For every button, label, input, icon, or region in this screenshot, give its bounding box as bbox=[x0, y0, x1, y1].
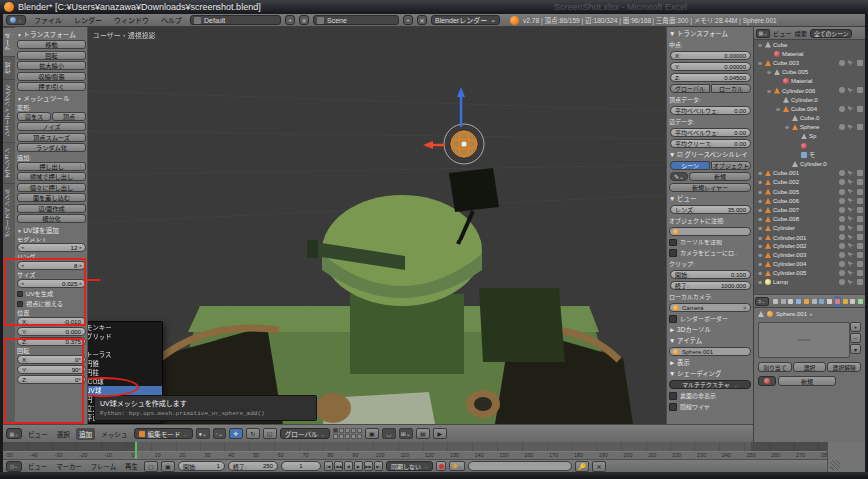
selectability-arrow-icon[interactable] bbox=[848, 87, 854, 93]
npanel-row[interactable]: 隠線ワイヤ bbox=[669, 401, 751, 412]
renderability-camera-icon[interactable] bbox=[857, 87, 863, 93]
expand-icon[interactable]: ⊕ bbox=[757, 252, 763, 258]
selectability-arrow-icon[interactable] bbox=[848, 124, 854, 130]
expand-icon[interactable]: ⊕ bbox=[757, 243, 763, 249]
render-opengl-anim-button[interactable]: ▶ bbox=[433, 428, 447, 439]
number-slider[interactable]: ◂ 0.025 ▸ bbox=[17, 279, 86, 288]
visibility-eye-icon[interactable] bbox=[839, 106, 845, 112]
npanel-row[interactable]: レンズ:35.000 bbox=[669, 204, 751, 215]
npanel-row[interactable]: ▼ シェーディング bbox=[669, 368, 751, 379]
outliner-row[interactable]: ⊕ Cylinder.002 ✕ bbox=[754, 241, 865, 250]
selectability-arrow-icon[interactable] bbox=[848, 207, 854, 213]
renderability-camera-icon[interactable] bbox=[857, 270, 863, 276]
translate-gizmo-z-arrow-icon[interactable] bbox=[457, 87, 465, 97]
npanel-row[interactable]: 平均ベベルウェ:0.00 bbox=[669, 127, 751, 138]
manipulator-scale-button[interactable]: ◱ bbox=[263, 428, 277, 439]
outliner-filter-select[interactable]: 全てのシーン bbox=[810, 29, 853, 38]
menubar-item[interactable]: レンダー bbox=[70, 15, 106, 25]
pivot-point-selector[interactable]: ◌⌄ bbox=[213, 428, 226, 439]
delete-keyframe-icon[interactable]: ✕ bbox=[592, 461, 606, 472]
outliner-row[interactable]: ⊖ Sphere ✕ bbox=[754, 123, 865, 132]
editor-type-icon[interactable]: ≡⌄ bbox=[755, 297, 769, 306]
sync-mode-selector[interactable]: 同期しない ⌄ bbox=[386, 461, 433, 471]
menubar-item[interactable]: ヘルプ bbox=[157, 15, 186, 25]
new-material-button[interactable]: 新規 bbox=[778, 376, 836, 386]
tool-button[interactable]: 辺/面作成 ⋮ bbox=[17, 204, 86, 213]
tool-button[interactable]: 頂点スムーズ bbox=[17, 133, 86, 142]
close-scene-button[interactable]: ✕ bbox=[417, 15, 427, 25]
record-button[interactable] bbox=[436, 461, 446, 471]
gizmo-center-dot[interactable] bbox=[462, 142, 467, 147]
location-axis-field[interactable]: Z:0.375 bbox=[17, 337, 86, 346]
npanel-row[interactable]: シーン オブジェクト bbox=[669, 160, 751, 171]
keying-set-button[interactable]: ⌄ bbox=[449, 461, 465, 471]
lock-icon[interactable]: ▣ bbox=[365, 428, 379, 439]
expand-icon[interactable]: ⊕ bbox=[757, 270, 763, 276]
npanel-row[interactable]: Z:0.04500 bbox=[669, 72, 751, 83]
visibility-eye-icon[interactable] bbox=[839, 198, 845, 204]
expand-icon[interactable]: ⊕ bbox=[757, 279, 763, 285]
outliner-row[interactable]: Material ✕ bbox=[754, 49, 865, 58]
close-layout-button[interactable]: ✕ bbox=[299, 15, 309, 25]
checkbox-box-icon[interactable] bbox=[17, 291, 23, 297]
selectability-arrow-icon[interactable] bbox=[848, 60, 854, 66]
header-menu-item[interactable]: メッシュ bbox=[98, 428, 130, 440]
visibility-eye-icon[interactable] bbox=[839, 189, 845, 195]
npanel-row[interactable]: カメラをビューにロ.. bbox=[669, 247, 751, 258]
rotation-axis-field[interactable]: Y:90° bbox=[17, 365, 86, 374]
tool-button[interactable]: 移動 bbox=[17, 40, 86, 49]
slider-right-arrow-icon[interactable]: ▸ bbox=[79, 280, 82, 286]
outliner-row[interactable]: ⊖ Cylinder.006 ✕ bbox=[754, 86, 865, 95]
npanel-row[interactable]: 新規レイヤー bbox=[669, 182, 751, 193]
playback-button[interactable]: ◀◀ bbox=[334, 461, 343, 471]
npanel-row[interactable]: ▼ ビュー bbox=[669, 193, 751, 204]
menu-item[interactable] bbox=[88, 341, 162, 350]
selectability-arrow-icon[interactable] bbox=[848, 243, 854, 249]
menubar-item[interactable]: ファイル bbox=[30, 15, 66, 25]
tool-shelf-tab[interactable]: オプション bbox=[3, 142, 15, 183]
viewport-canvas[interactable] bbox=[88, 27, 666, 424]
number-slider[interactable]: ◂ 12 ▸ bbox=[17, 243, 86, 252]
render-engine-selector[interactable]: Blenderレンダー ⌄ bbox=[431, 15, 500, 25]
outliner-row[interactable]: ⊕ Cube.006 ✕ bbox=[754, 196, 865, 205]
expand-icon[interactable]: ⊕ bbox=[757, 261, 763, 267]
selectability-arrow-icon[interactable] bbox=[848, 179, 854, 185]
current-frame-field[interactable]: 1 bbox=[281, 461, 321, 471]
outliner-row[interactable]: Material ✕ bbox=[754, 77, 865, 86]
visibility-eye-icon[interactable] bbox=[839, 170, 845, 176]
outliner-row[interactable]: ✕ bbox=[754, 141, 865, 150]
slot-button[interactable]: + bbox=[850, 322, 861, 332]
checkbox-box-icon[interactable] bbox=[17, 301, 23, 307]
outliner-row[interactable]: ⊕ Cube.008 ✕ bbox=[754, 215, 865, 224]
menu-item[interactable]: ◈ ICO球 bbox=[88, 377, 162, 386]
renderability-camera-icon[interactable] bbox=[857, 216, 863, 222]
add-layout-button[interactable]: + bbox=[285, 15, 295, 25]
properties-tab[interactable] bbox=[795, 296, 802, 307]
transform-orientation-selector[interactable]: グローバル ⌄ bbox=[280, 428, 330, 439]
expand-icon[interactable]: ⊕ bbox=[757, 189, 763, 195]
outliner-row[interactable]: ⊕ Cube.005 ✕ bbox=[754, 187, 865, 196]
snap-magnet-icon[interactable]: ◡ bbox=[382, 428, 396, 439]
menu-item[interactable]: ▮ 円柱 bbox=[88, 368, 162, 377]
uv-sphere-object[interactable] bbox=[423, 87, 484, 164]
tool-button[interactable]: ノイズ bbox=[17, 122, 86, 131]
outliner-row[interactable]: Cube.0 ✕ bbox=[754, 114, 865, 123]
renderability-camera-icon[interactable] bbox=[857, 170, 863, 176]
playback-button[interactable]: ▶| bbox=[374, 461, 383, 471]
npanel-row[interactable]: Y:0.00000 bbox=[669, 61, 751, 72]
checkbox[interactable]: UVを生成 bbox=[17, 289, 86, 299]
visibility-eye-icon[interactable] bbox=[839, 252, 845, 258]
selectability-arrow-icon[interactable] bbox=[848, 216, 854, 222]
outliner-row[interactable]: ⊕ Cube.001 ✕ bbox=[754, 169, 865, 178]
npanel-row[interactable]: 頂点データ: bbox=[669, 94, 751, 105]
tank-model[interactable] bbox=[144, 168, 633, 424]
npanel-row[interactable]: 開始:0.100 bbox=[669, 269, 751, 280]
tool-button[interactable]: 辺をス bbox=[17, 112, 51, 121]
frame-lock-icon[interactable]: ▣ bbox=[161, 461, 175, 472]
tool-shelf-tab[interactable]: グリースペンシル bbox=[3, 183, 15, 241]
visibility-eye-icon[interactable] bbox=[839, 279, 845, 285]
tool-button[interactable]: 拡大縮小 bbox=[17, 61, 86, 70]
expand-icon[interactable]: ⊖ bbox=[766, 69, 772, 75]
checkbox[interactable]: 視点に揃える bbox=[17, 299, 86, 309]
tool-button[interactable]: 細分化 ⋮ bbox=[17, 214, 86, 223]
